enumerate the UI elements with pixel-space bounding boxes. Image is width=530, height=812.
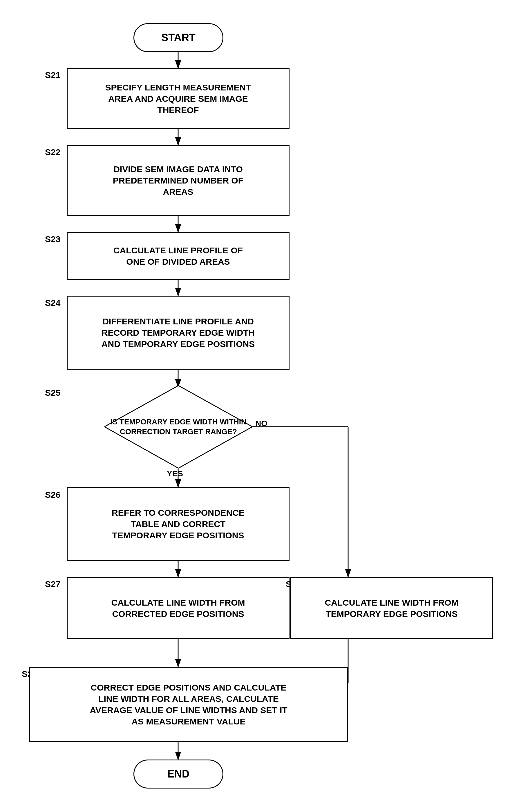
s22-label: S22 [45,147,60,157]
s21-node: SPECIFY LENGTH MEASUREMENT AREA AND ACQU… [67,68,290,129]
yes-label: YES [167,469,183,478]
s26-node: REFER TO CORRESPONDENCE TABLE AND CORREC… [67,487,290,561]
flowchart-container: START S21 SPECIFY LENGTH MEASUREMENT ARE… [0,0,530,812]
s26-label: S26 [45,490,60,500]
s27-label: S27 [45,579,60,589]
s25-text: IS TEMPORARY EDGE WIDTH WITHIN CORRECTIO… [104,417,252,437]
s27-node: CALCULATE LINE WIDTH FROM CORRECTED EDGE… [67,577,290,639]
s28-node: CALCULATE LINE WIDTH FROM TEMPORARY EDGE… [290,577,493,639]
s23-label: S23 [45,234,60,244]
s22-node: DIVIDE SEM IMAGE DATA INTO PREDETERMINED… [67,145,290,216]
start-node: START [134,23,223,52]
s24-node: DIFFERENTIATE LINE PROFILE AND RECORD TE… [67,296,290,369]
s25-label: S25 [45,388,60,398]
s24-label: S24 [45,298,60,308]
s25-diamond: IS TEMPORARY EDGE WIDTH WITHIN CORRECTIO… [104,386,252,468]
end-node: END [134,759,223,788]
s29-node: CORRECT EDGE POSITIONS AND CALCULATE LIN… [29,667,348,742]
s21-label: S21 [45,70,60,80]
s23-node: CALCULATE LINE PROFILE OF ONE OF DIVIDED… [67,232,290,280]
no-label: NO [255,419,267,428]
